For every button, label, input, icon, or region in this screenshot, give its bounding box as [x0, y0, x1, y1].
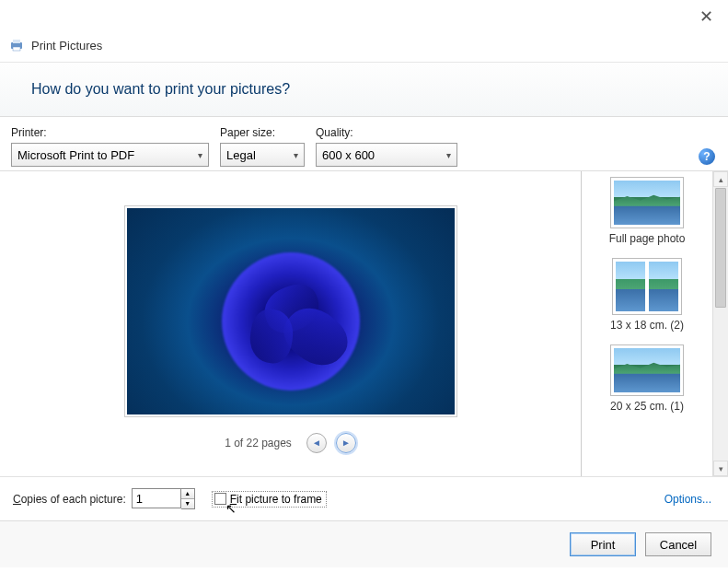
svg-rect-1	[13, 40, 20, 43]
paper-size-dropdown[interactable]: Legal ▾	[220, 143, 305, 167]
window-title: Print Pictures	[31, 39, 102, 53]
print-button[interactable]: Print	[570, 532, 636, 556]
help-icon[interactable]: ?	[699, 148, 715, 165]
scroll-up-button[interactable]: ▴	[713, 171, 728, 187]
quality-label: Quality:	[316, 126, 457, 139]
print-pictures-icon	[9, 38, 24, 53]
printer-value: Microsoft Print to PDF	[17, 148, 134, 162]
copies-spin-down[interactable]: ▼	[181, 499, 194, 509]
fit-picture-checkbox[interactable]: Fit picture to frame ↖	[212, 491, 327, 508]
quality-value: 600 x 600	[322, 148, 375, 162]
layout-option-13x18[interactable]: 13 x 18 cm. (2)	[610, 258, 684, 332]
copies-label: Copies of each picture:	[13, 493, 126, 506]
layout-scrollbar[interactable]: ▴ ▾	[712, 171, 728, 476]
layout-label: 20 x 25 cm. (1)	[610, 400, 684, 413]
paper-size-label: Paper size:	[220, 126, 305, 139]
printer-dropdown[interactable]: Microsoft Print to PDF ▾	[11, 143, 209, 167]
question-heading: How do you want to print your pictures?	[31, 81, 697, 98]
cancel-button[interactable]: Cancel	[645, 532, 711, 556]
page-indicator: 1 of 22 pages	[225, 437, 292, 449]
layout-label: Full page photo	[609, 232, 686, 245]
fit-picture-label: Fit picture to frame	[230, 493, 322, 506]
options-link[interactable]: Options...	[664, 493, 711, 506]
preview-pane: 1 of 22 pages ◄ ►	[0, 171, 581, 476]
paper-size-value: Legal	[226, 148, 256, 162]
chevron-down-icon: ▾	[198, 150, 202, 160]
layout-option-20x25[interactable]: 20 x 25 cm. (1)	[610, 344, 684, 413]
svg-rect-2	[13, 47, 20, 51]
printer-label: Printer:	[11, 126, 209, 139]
prev-page-button[interactable]: ◄	[306, 433, 327, 453]
copies-spin-up[interactable]: ▲	[181, 489, 194, 499]
scroll-thumb[interactable]	[715, 188, 726, 308]
chevron-down-icon: ▾	[294, 150, 298, 160]
checkbox-icon	[214, 493, 226, 505]
scroll-down-button[interactable]: ▾	[713, 461, 728, 476]
layout-label: 13 x 18 cm. (2)	[610, 319, 684, 332]
copies-input[interactable]	[132, 488, 181, 508]
layout-option-full-page[interactable]: Full page photo	[609, 177, 686, 245]
preview-image	[125, 206, 456, 416]
next-page-button[interactable]: ►	[336, 433, 356, 453]
chevron-down-icon: ▾	[446, 150, 451, 160]
quality-dropdown[interactable]: 600 x 600 ▾	[316, 143, 457, 167]
close-button[interactable]: ✕	[695, 6, 717, 27]
